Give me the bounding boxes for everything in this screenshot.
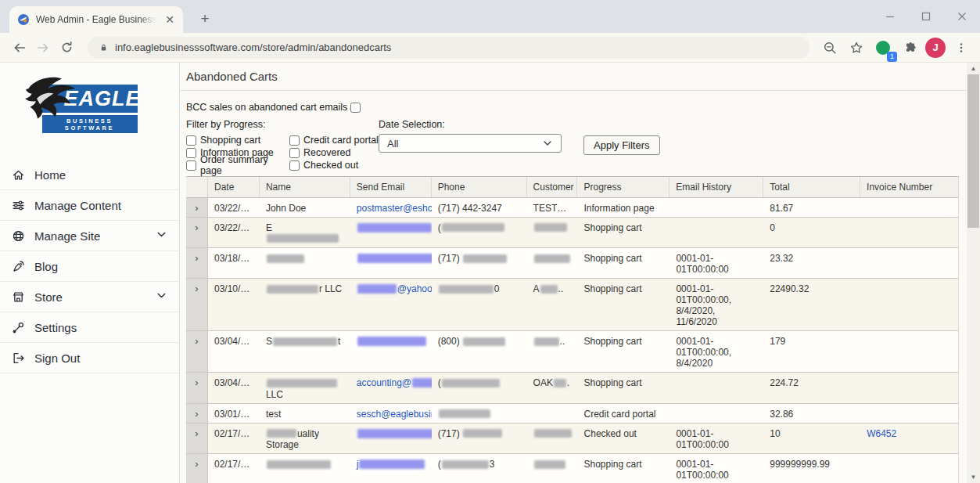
progress-checkbox[interactable] (186, 135, 196, 146)
email-link[interactable]: j (357, 459, 359, 470)
cell-name: E (260, 218, 350, 247)
back-icon[interactable] (8, 36, 31, 59)
filter-by-progress-label: Filter by Progress: (186, 119, 379, 130)
cell-invoice-number (860, 331, 958, 372)
sidebar-item-sign-out[interactable]: Sign Out (0, 343, 179, 373)
column-header-date[interactable]: Date (208, 177, 260, 197)
kebab-menu-icon[interactable] (950, 37, 972, 59)
profile-avatar[interactable]: J (925, 38, 946, 58)
new-tab-button[interactable]: + (194, 8, 216, 30)
column-header-invoice-number[interactable]: Invoice Number (860, 177, 958, 197)
row-expander[interactable]: › (186, 424, 208, 453)
row-expander[interactable]: › (186, 404, 208, 423)
cell-invoice-number (860, 198, 958, 217)
progress-option-recovered[interactable]: Recovered (289, 146, 379, 159)
redacted-text (439, 285, 494, 294)
date-selection-select[interactable]: All (379, 134, 562, 153)
email-link[interactable]: sesch@eaglebusin (357, 409, 432, 420)
redacted-text (267, 379, 337, 387)
tab-strip: Web Admin - Eagle Business Soft ✕ + (0, 0, 980, 33)
maximize-icon[interactable] (908, 0, 944, 33)
sidebar-item-manage-content[interactable]: Manage Content (0, 190, 179, 221)
sidebar-item-store[interactable]: Store (0, 282, 179, 312)
favicon-icon (17, 13, 30, 26)
eagle-bird-icon (19, 74, 80, 124)
scroll-up-icon[interactable]: ▲ (967, 63, 980, 74)
cell-text: .. (560, 336, 565, 347)
progress-checkbox[interactable] (186, 148, 196, 158)
chevron-down-icon (156, 290, 168, 304)
cell-send-email (350, 424, 432, 453)
cell-customer: .. (527, 331, 578, 372)
column-header-email-history[interactable]: Email History (669, 177, 763, 197)
reload-icon[interactable] (55, 36, 78, 59)
row-expander[interactable]: › (186, 454, 208, 483)
column-header-total[interactable]: Total (763, 177, 860, 197)
bookmark-star-icon[interactable] (845, 37, 867, 59)
column-header-progress[interactable]: Progress (577, 177, 669, 197)
browser-tab[interactable]: Web Admin - Eagle Business Soft ✕ (9, 6, 183, 33)
sidebar-item-manage-site[interactable]: Manage Site (0, 221, 179, 251)
invoice-link[interactable]: W6452 (867, 428, 896, 439)
row-expander[interactable]: › (186, 331, 208, 372)
column-header-name[interactable]: Name (260, 177, 350, 197)
row-expander[interactable]: › (186, 198, 208, 217)
cell-customer: A.. (527, 279, 578, 330)
redacted-text (357, 284, 397, 294)
email-link[interactable]: postmaster@eshco (357, 203, 432, 214)
cell-text: .. (558, 283, 564, 294)
cell-total: 81.67 (763, 198, 860, 217)
progress-option-order-summary-page[interactable]: Order summary page (186, 159, 289, 171)
progress-option-checked-out[interactable]: Checked out (289, 159, 379, 171)
progress-option-credit-card-portal[interactable]: Credit card portal (289, 134, 379, 146)
green-extension-icon[interactable]: 1 (872, 37, 894, 59)
tab-close-icon[interactable]: ✕ (163, 13, 177, 26)
row-expander[interactable]: › (186, 373, 208, 402)
minimize-icon[interactable] (872, 0, 908, 33)
address-bar[interactable]: info.eaglebusinesssoftware.com/store/adm… (88, 37, 809, 59)
cell-progress: Shopping cart (578, 218, 670, 247)
sidebar-item-home[interactable]: Home (0, 160, 179, 190)
table-row: ›02/17/…j(3Shopping cart0001-01-01T00:00… (186, 454, 958, 483)
row-expander[interactable]: › (186, 279, 208, 330)
cell-name: John Doe (260, 198, 350, 217)
row-expander[interactable]: › (186, 218, 208, 247)
cell-phone: (717) 442-3247 (432, 198, 527, 217)
bcc-checkbox[interactable] (350, 103, 361, 113)
eagle-logo: EAGLE BUSINESS SOFTWARE (42, 75, 138, 133)
row-expander[interactable]: › (186, 248, 208, 278)
apply-filters-button[interactable]: Apply Filters (583, 135, 660, 155)
scroll-down-icon[interactable]: ▼ (967, 471, 980, 483)
extensions-puzzle-icon[interactable] (899, 37, 921, 59)
email-link[interactable]: @yahoo (397, 283, 432, 294)
scrollbar-thumb[interactable] (967, 74, 979, 228)
redacted-text (357, 223, 432, 232)
cell-email-history (669, 218, 763, 247)
lock-icon (99, 42, 109, 53)
cell-invoice-number (860, 454, 958, 483)
column-header-customer[interactable]: Customer (527, 177, 578, 197)
progress-checkbox[interactable] (289, 160, 300, 171)
close-icon[interactable] (944, 0, 980, 33)
forward-icon[interactable] (31, 36, 55, 59)
email-link[interactable]: accounting@ (357, 377, 411, 388)
cell-progress: Checked out (578, 424, 670, 453)
cell-send-email: accounting@ (350, 373, 432, 402)
progress-option-shopping-cart[interactable]: Shopping cart (186, 134, 289, 146)
column-header-send-email[interactable]: Send Email (350, 177, 432, 197)
progress-checkbox[interactable] (289, 148, 300, 158)
redacted-text (267, 460, 331, 469)
page-scrollbar[interactable]: ▲ ▼ (967, 63, 980, 483)
cell-name: r LLC (260, 279, 350, 330)
cell-phone: ( (432, 218, 527, 247)
progress-checkbox[interactable] (289, 135, 300, 146)
table-row: ›03/22/…E(Shopping cart0 (186, 218, 958, 248)
zoom-out-icon[interactable] (819, 37, 841, 59)
cell-phone: 0 (432, 279, 527, 330)
progress-checkbox[interactable] (186, 160, 196, 171)
cell-date: 03/22/… (208, 198, 260, 217)
redacted-text (267, 254, 304, 263)
sidebar-item-settings[interactable]: Settings (0, 312, 179, 343)
column-header-phone[interactable]: Phone (432, 177, 527, 197)
sidebar-item-blog[interactable]: Blog (0, 251, 179, 282)
